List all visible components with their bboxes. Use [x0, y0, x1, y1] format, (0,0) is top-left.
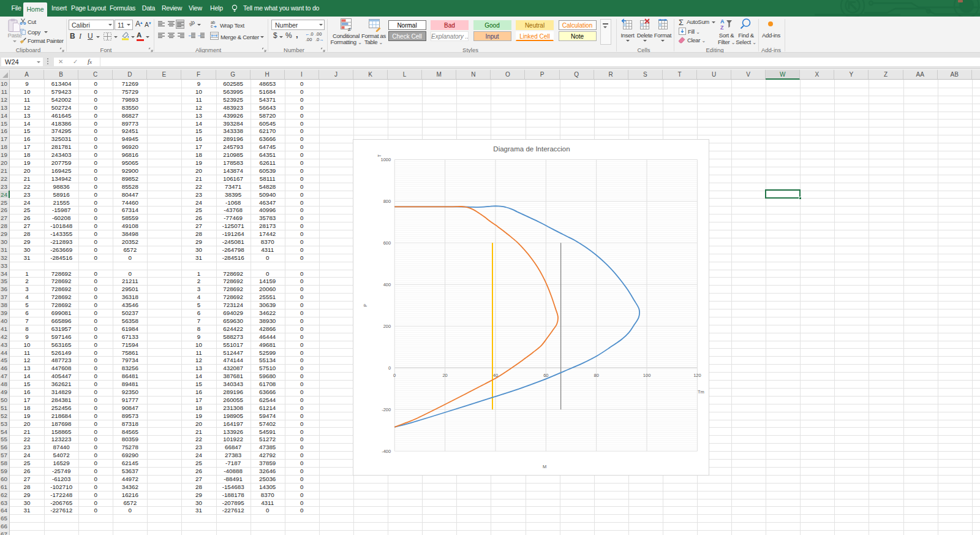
svg-text:≠: ≠: [348, 26, 351, 32]
svg-text:0: 0: [388, 365, 391, 371]
svg-text:20: 20: [442, 373, 447, 378]
svg-text:100: 100: [643, 373, 651, 378]
svg-text:1000: 1000: [381, 157, 391, 162]
svg-text:c: c: [211, 24, 213, 28]
svg-text:600: 600: [383, 240, 391, 246]
svg-text:-200: -200: [382, 407, 391, 412]
svg-text:Z: Z: [720, 25, 724, 31]
svg-text:M: M: [543, 464, 546, 469]
svg-text:P: P: [363, 303, 368, 306]
svg-text:Diagrama de Interaccion: Diagrama de Interaccion: [493, 145, 570, 153]
svg-text:T: T: [377, 154, 382, 157]
svg-text:-400: -400: [382, 449, 391, 454]
svg-text:Tm: Tm: [698, 389, 704, 395]
svg-text:120: 120: [693, 373, 701, 378]
svg-text:80: 80: [594, 373, 599, 378]
svg-text:0: 0: [393, 373, 396, 378]
svg-text:A: A: [720, 18, 725, 25]
svg-text:60: 60: [543, 373, 548, 378]
svg-text:40: 40: [493, 373, 498, 378]
svg-text:400: 400: [383, 282, 391, 287]
svg-text:800: 800: [383, 199, 391, 204]
svg-text:200: 200: [383, 324, 391, 329]
